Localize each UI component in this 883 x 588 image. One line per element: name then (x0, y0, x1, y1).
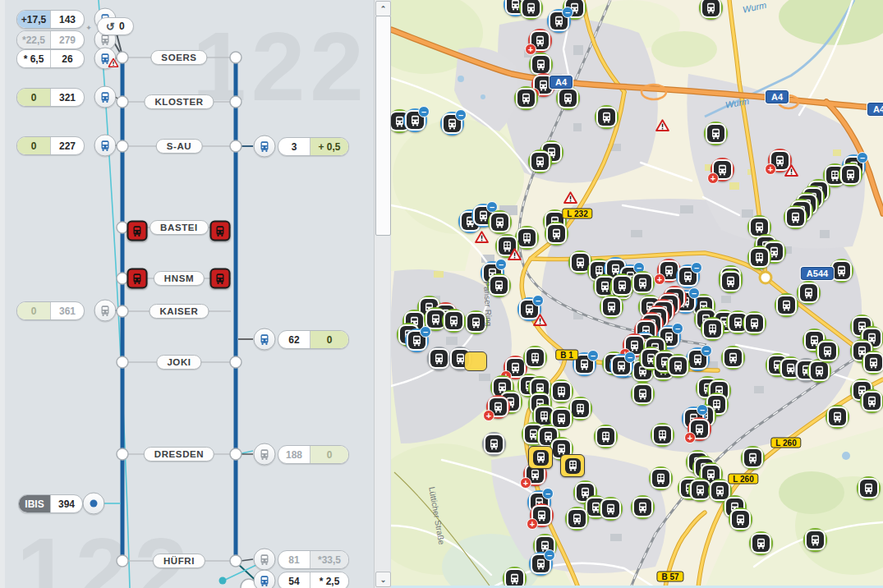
vehicle-marker[interactable] (560, 454, 585, 477)
stop-label-hüfri[interactable]: HÜFRI (153, 554, 205, 568)
vehicle-marker[interactable]: + (528, 29, 552, 53)
vehicle-marker[interactable] (699, 0, 723, 20)
vehicle-icon-394[interactable] (83, 493, 105, 515)
vehicle-icon-321[interactable] (94, 86, 117, 108)
vehicle-marker[interactable] (528, 149, 552, 173)
panel-scrollbar[interactable]: ⌃ ⌄ (374, 0, 390, 588)
vehicle-marker[interactable] (749, 531, 773, 555)
stop-label-hnsm[interactable]: HNSM (154, 271, 205, 286)
vehicle-marker[interactable]: – (403, 108, 427, 132)
bus-icon (510, 362, 521, 374)
vehicle-icon-26[interactable] (94, 48, 117, 70)
stop-alert-icon[interactable] (210, 269, 231, 289)
stop-label-dresden[interactable]: DRESDEN (144, 447, 214, 462)
turnback-badge[interactable]: ↺ 0 (97, 17, 134, 35)
vehicle-marker[interactable] (631, 271, 655, 295)
vehicle-marker[interactable] (595, 105, 619, 129)
tram-icon (522, 232, 532, 244)
scroll-up-button[interactable]: ⌃ (375, 1, 391, 16)
vehicle-badge-188[interactable]: 1880 (278, 445, 349, 464)
vehicle-marker[interactable] (519, 0, 543, 20)
vehicle-marker[interactable] (721, 346, 745, 370)
vehicle-marker[interactable] (775, 293, 798, 317)
vehicle-badge-81[interactable]: 81*33,5 (278, 550, 349, 569)
stop-label-s-au[interactable]: S-AU (156, 139, 203, 154)
vehicle-marker[interactable] (719, 269, 743, 293)
vehicle-marker[interactable]: + (486, 395, 510, 419)
map-canvas[interactable]: – – + + – – + + – (391, 0, 883, 588)
vehicle-marker[interactable]: – (405, 328, 429, 352)
vehicle-marker[interactable]: – (547, 9, 571, 33)
vehicle-marker[interactable] (482, 432, 506, 456)
stop-label-kaiser[interactable]: KAISER (149, 304, 209, 319)
stop-label-joki[interactable]: JOKI (156, 355, 201, 370)
vehicle-marker[interactable] (649, 466, 673, 490)
vehicle-marker[interactable] (514, 86, 538, 110)
stop-alert-icon[interactable] (127, 221, 148, 241)
stop-label-bastei[interactable]: BASTEI (149, 220, 209, 235)
vehicle-badge-361[interactable]: 0361 (16, 301, 85, 320)
vehicle-badge-321[interactable]: 0321 (16, 88, 85, 107)
vehicle-marker[interactable] (743, 311, 766, 335)
vehicle-marker[interactable] (729, 508, 752, 531)
vehicle-marker[interactable] (860, 389, 883, 413)
vehicle-icon-188[interactable] (254, 443, 276, 466)
vehicle-icon-3[interactable] (254, 136, 276, 158)
vehicle-marker[interactable] (528, 446, 553, 469)
vehicle-marker[interactable] (565, 507, 589, 531)
vehicle-marker[interactable] (803, 528, 827, 552)
vehicle-marker[interactable] (600, 295, 623, 319)
vehicle-marker[interactable] (816, 339, 839, 363)
vehicle-marker[interactable] (741, 446, 765, 470)
vehicle-marker[interactable]: – (529, 552, 553, 576)
vehicle-marker[interactable] (704, 122, 728, 145)
vehicle-marker[interactable] (701, 317, 724, 341)
vehicle-marker[interactable] (427, 347, 451, 370)
vehicle-marker[interactable] (784, 205, 807, 229)
vehicle-marker[interactable] (523, 346, 547, 370)
vehicle-marker[interactable] (862, 351, 883, 374)
vehicle-marker[interactable]: + (688, 417, 711, 441)
vehicle-icon-62[interactable] (254, 328, 276, 351)
vehicle-marker[interactable] (631, 382, 655, 406)
stop-alert-icon[interactable] (210, 221, 231, 241)
vehicle-badge-227[interactable]: 0227 (16, 136, 85, 155)
vehicle-marker[interactable] (857, 476, 881, 500)
vehicle-marker[interactable]: – (609, 354, 633, 378)
bus-icon (530, 469, 540, 480)
stop-alert-icon[interactable] (127, 269, 148, 289)
vehicle-marker[interactable] (651, 423, 674, 447)
vehicle-icon-81[interactable] (254, 549, 276, 571)
vehicle-marker[interactable] (747, 246, 771, 269)
vehicle-icon-227[interactable] (94, 135, 117, 157)
scrollbar-thumb[interactable] (375, 16, 391, 236)
vehicle-marker[interactable] (488, 210, 512, 234)
vehicle-marker[interactable] (631, 495, 655, 519)
vehicle-marker[interactable] (666, 354, 690, 378)
vehicle-marker[interactable] (442, 309, 466, 333)
vehicle-badge-143[interactable]: +17,5143 (16, 10, 85, 29)
vehicle-marker[interactable] (826, 405, 849, 429)
vehicle-icon-54[interactable] (254, 570, 276, 588)
vehicle-marker[interactable] (556, 86, 580, 110)
vehicle-marker[interactable] (594, 425, 618, 448)
vehicle-badge-394[interactable]: IBIS394 (18, 494, 83, 513)
vehicle-badge-54[interactable]: 54* 2,5 (278, 572, 349, 588)
vehicle-badge-26[interactable]: * 6,526 (16, 49, 85, 68)
vehicle-marker[interactable] (550, 379, 573, 403)
stop-label-kloster[interactable]: KLOSTER (144, 94, 214, 109)
vehicle-marker[interactable] (545, 222, 568, 246)
vehicle-marker[interactable]: + (711, 158, 734, 181)
vehicle-marker[interactable] (797, 281, 821, 305)
vehicle-marker[interactable]: + (530, 503, 554, 527)
vehicle-badge-279[interactable]: *22,5279 (16, 30, 85, 49)
vehicle-badge-3[interactable]: 3+ 0,5 (278, 137, 349, 156)
vehicle-marker[interactable]: – (676, 264, 700, 288)
stop-label-soers[interactable]: SOERS (150, 50, 207, 65)
vehicle-marker[interactable] (599, 497, 623, 521)
scroll-down-button[interactable]: ⌄ (375, 572, 391, 587)
vehicle-icon-361[interactable] (94, 300, 117, 322)
vehicle-marker[interactable]: – (440, 112, 464, 136)
vehicle-marker[interactable] (839, 163, 862, 186)
vehicle-badge-62[interactable]: 620 (278, 330, 349, 349)
